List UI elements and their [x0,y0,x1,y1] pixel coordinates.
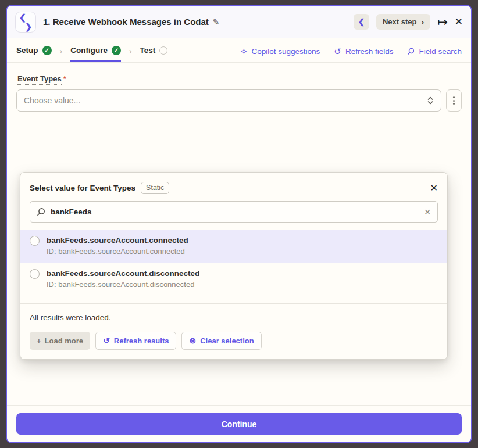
chevron-right-icon: › [421,17,424,27]
option-id: ID: bankFeeds.sourceAccount.connected [47,246,188,257]
panel-footer: Continue [7,405,471,442]
step-header: ❮ ❯ 1. Receive Webhook Messages in Codat… [7,6,471,38]
option-label: bankFeeds.sourceAccount.disconnected [47,268,199,279]
refresh-fields-link[interactable]: ↺ Refresh fields [334,45,393,56]
sparkle-icon: ✧ [240,47,248,56]
results-status: All results were loaded. [30,313,111,324]
setup-complete-icon: ✓ [42,46,52,55]
clear-selection-button[interactable]: ⊗ Clear selection [181,332,261,350]
option-search-input[interactable] [51,207,419,216]
next-step-button[interactable]: Next step › [376,14,430,30]
modal-close-button[interactable]: ✕ [430,182,438,193]
tab-test[interactable]: Test [140,38,168,62]
select-value-modal: Select value for Event Types Static ✕ ✕ … [20,172,448,360]
step-title: 1. Receive Webhook Messages in Codat [43,17,209,27]
field-options-menu-button[interactable] [446,89,462,112]
radio-unselected-icon[interactable] [30,236,40,246]
load-more-label: Load more [45,336,83,345]
required-marker: * [63,74,66,83]
close-panel-button[interactable]: ✕ [455,17,463,27]
option-row[interactable]: bankFeeds.sourceAccount.connected ID: ba… [20,230,447,263]
tab-separator-icon: › [60,38,63,62]
tab-configure-label: Configure [70,46,108,55]
field-toolbar: ✧ Copilot suggestions ↺ Refresh fields F… [240,38,462,62]
search-icon [37,207,45,216]
option-label: bankFeeds.sourceAccount.connected [47,235,188,246]
close-icon: ✕ [455,17,463,27]
copilot-suggestions-link[interactable]: ✧ Copilot suggestions [240,45,320,56]
modal-title: Select value for Event Types [30,184,135,192]
select-placeholder: Choose value... [24,96,427,105]
collapse-panel-button[interactable]: ↦ [437,16,448,28]
kebab-icon [453,96,455,98]
option-list: bankFeeds.sourceAccount.connected ID: ba… [20,230,447,296]
select-caret-icon [427,96,434,105]
refresh-fields-label: Refresh fields [345,47,394,56]
search-icon [407,48,415,55]
edit-title-icon[interactable]: ✎ [213,17,220,27]
logo-chevron-right-icon: ❯ [25,22,32,31]
radio-unselected-icon[interactable] [30,269,40,279]
clear-search-button[interactable]: ✕ [424,207,431,217]
field-search-link[interactable]: Field search [407,45,462,56]
tab-separator-icon: › [129,38,132,62]
option-row[interactable]: bankFeeds.sourceAccount.disconnected ID:… [20,263,447,296]
field-search-label: Field search [419,47,462,56]
tab-test-label: Test [140,46,156,55]
plus-icon: + [37,336,41,345]
clear-selection-label: Clear selection [200,336,254,345]
header-actions: ❮ Next step › ↦ ✕ [354,14,463,30]
event-types-field-label-row: Event Types * [17,74,462,85]
modal-footer: All results were loaded. + Load more ↺ R… [20,303,447,359]
close-icon: ✕ [430,183,438,193]
tab-setup[interactable]: Setup ✓ [16,38,52,62]
load-more-button[interactable]: + Load more [30,332,90,350]
configure-complete-icon: ✓ [112,46,121,55]
copilot-suggestions-label: Copilot suggestions [252,47,320,56]
continue-button[interactable]: Continue [16,413,462,435]
refresh-icon: ↺ [103,336,110,345]
chevron-left-icon: ❮ [358,17,365,26]
refresh-results-button[interactable]: ↺ Refresh results [95,332,176,350]
refresh-icon: ↺ [334,47,341,56]
tab-setup-label: Setup [16,46,38,55]
refresh-results-label: Refresh results [114,336,169,345]
event-types-select[interactable]: Choose value... [16,89,441,112]
test-incomplete-icon [159,46,167,55]
static-badge: Static [141,182,169,194]
logo-chevron-left-icon: ❮ [19,13,26,22]
step-editor-panel: ❮ ❯ 1. Receive Webhook Messages in Codat… [6,5,472,443]
modal-footer-buttons: + Load more ↺ Refresh results ⊗ Clear se… [30,332,438,350]
event-types-label: Event Types [17,74,62,85]
option-id: ID: bankFeeds.sourceAccount.disconnected [47,279,199,291]
previous-step-button[interactable]: ❮ [354,14,369,30]
clear-circle-icon: ⊗ [189,336,196,345]
codat-app-icon: ❮ ❯ [15,12,36,33]
modal-header: Select value for Event Types Static ✕ [20,173,447,201]
configure-form: Event Types * Choose value... Select val… [7,63,471,405]
close-icon: ✕ [424,207,431,217]
step-tabs: Setup ✓ › Configure ✓ › Test ✧ Copilot s… [7,38,471,63]
tab-configure[interactable]: Configure ✓ [70,38,121,62]
collapse-panel-icon: ↦ [437,16,448,28]
next-step-label: Next step [383,17,417,26]
option-search: ✕ [30,201,438,223]
event-types-field-row: Choose value... [16,89,462,112]
